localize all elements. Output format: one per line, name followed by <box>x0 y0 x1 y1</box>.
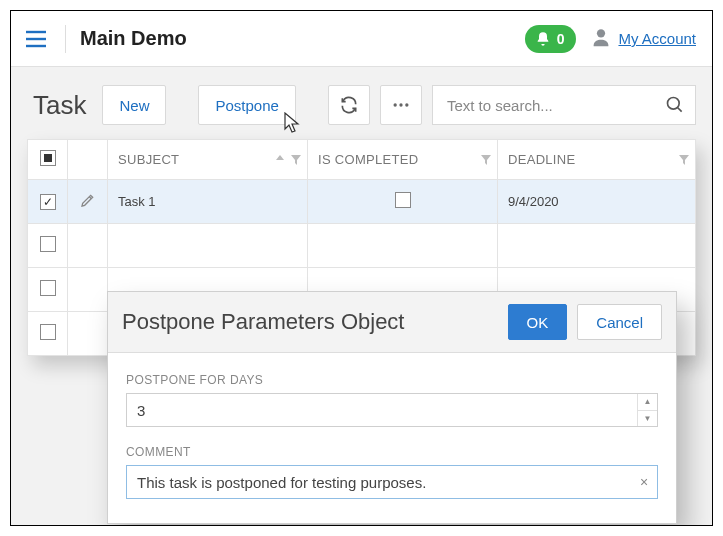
top-bar: Main Demo 0 My Account <box>11 11 712 67</box>
comment-input[interactable] <box>127 474 631 491</box>
search-box[interactable] <box>432 85 696 125</box>
cancel-button[interactable]: Cancel <box>577 304 662 340</box>
subject-column-header[interactable]: SUBJECT <box>108 140 308 180</box>
svg-point-4 <box>393 103 396 106</box>
checkbox-empty-icon[interactable] <box>395 192 411 208</box>
table-row[interactable] <box>28 224 696 268</box>
subject-cell: Task 1 <box>108 180 308 224</box>
filter-icon[interactable] <box>291 155 301 165</box>
days-input-wrap: ▲ ▼ <box>126 393 658 427</box>
row-select-cell[interactable] <box>28 180 68 224</box>
days-spinner: ▲ ▼ <box>637 394 657 426</box>
checkbox-empty-icon[interactable] <box>40 280 56 296</box>
completed-column-header[interactable]: IS COMPLETED <box>308 140 498 180</box>
deadline-header-label: DEADLINE <box>508 152 575 167</box>
my-account-link[interactable]: My Account <box>618 30 696 47</box>
more-button[interactable] <box>380 85 422 125</box>
app-title: Main Demo <box>80 27 187 50</box>
select-all-header[interactable] <box>28 140 68 180</box>
notifications-count: 0 <box>557 31 565 47</box>
spinner-down-icon[interactable]: ▼ <box>638 411 657 427</box>
checkbox-checked-icon[interactable] <box>40 194 56 210</box>
postpone-dialog: Postpone Parameters Object OK Cancel POS… <box>107 291 677 524</box>
comment-input-wrap: × <box>126 465 658 499</box>
refresh-button[interactable] <box>328 85 370 125</box>
search-input[interactable] <box>445 96 665 115</box>
postpone-button-label: Postpone <box>215 97 278 114</box>
table-row[interactable]: Task 1 9/4/2020 <box>28 180 696 224</box>
deadline-column-header[interactable]: DEADLINE <box>498 140 696 180</box>
filter-icon[interactable] <box>481 155 491 165</box>
row-edit-cell[interactable] <box>68 180 108 224</box>
days-label: POSTPONE FOR DAYS <box>126 373 658 387</box>
svg-point-3 <box>597 29 605 37</box>
divider <box>65 25 66 53</box>
ellipsis-icon <box>391 95 411 115</box>
bell-icon <box>535 31 551 47</box>
search-icon[interactable] <box>665 95 685 115</box>
checkbox-indeterminate-icon[interactable] <box>40 150 56 166</box>
days-input[interactable] <box>127 394 637 426</box>
dialog-header: Postpone Parameters Object OK Cancel <box>108 292 676 353</box>
refresh-icon <box>339 95 359 115</box>
completed-cell[interactable] <box>308 180 498 224</box>
svg-line-8 <box>678 108 682 112</box>
menu-icon[interactable] <box>21 30 51 48</box>
svg-point-6 <box>405 103 408 106</box>
comment-label: COMMENT <box>126 445 658 459</box>
dialog-title: Postpone Parameters Object <box>122 309 508 335</box>
svg-point-7 <box>668 98 680 110</box>
user-icon[interactable] <box>590 26 612 51</box>
notifications-badge[interactable]: 0 <box>525 25 577 53</box>
completed-header-label: IS COMPLETED <box>318 152 418 167</box>
edit-column-header <box>68 140 108 180</box>
deadline-cell: 9/4/2020 <box>498 180 696 224</box>
new-button[interactable]: New <box>102 85 166 125</box>
row-select-cell[interactable] <box>28 224 68 268</box>
subject-header-label: SUBJECT <box>118 152 179 167</box>
toolbar: Task New Postpone <box>11 67 712 139</box>
row-select-cell[interactable] <box>28 268 68 312</box>
row-select-cell[interactable] <box>28 312 68 356</box>
sort-asc-icon[interactable] <box>275 155 285 165</box>
checkbox-empty-icon[interactable] <box>40 324 56 340</box>
checkbox-empty-icon[interactable] <box>40 236 56 252</box>
clear-icon[interactable]: × <box>631 474 657 490</box>
mouse-cursor-icon <box>283 112 301 134</box>
filter-icon[interactable] <box>679 155 689 165</box>
page-title: Task <box>33 90 86 121</box>
postpone-button[interactable]: Postpone <box>198 85 295 125</box>
spinner-up-icon[interactable]: ▲ <box>638 394 657 411</box>
svg-point-5 <box>399 103 402 106</box>
pencil-icon <box>80 192 96 208</box>
ok-button[interactable]: OK <box>508 304 568 340</box>
